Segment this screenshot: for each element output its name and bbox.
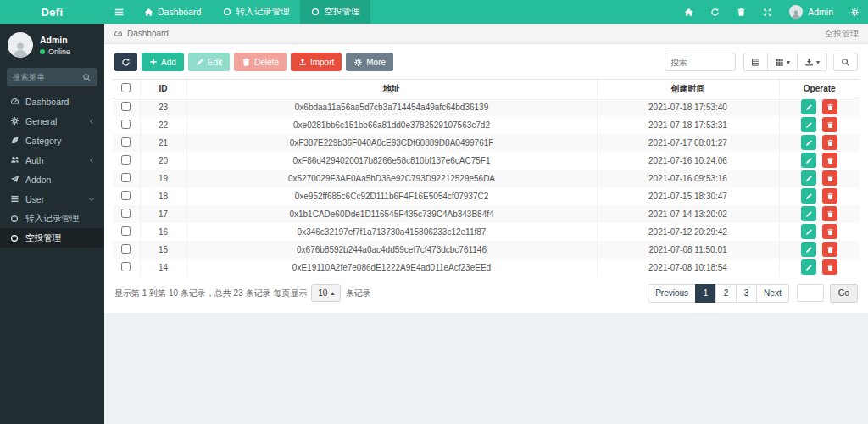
pencil-icon (805, 103, 813, 111)
page-button-3[interactable]: 3 (736, 284, 757, 303)
table-row: 23 0x6bdaa11a56aa5d7cb3a714454a49afc64bd… (113, 98, 860, 116)
row-checkbox[interactable] (121, 137, 131, 147)
page-button-2[interactable]: 2 (715, 284, 737, 303)
row-delete-button[interactable] (822, 259, 837, 275)
navbar-refresh-icon[interactable] (702, 0, 728, 24)
row-checkbox[interactable] (121, 173, 131, 182)
sidebar-item-转入记录管理[interactable]: 转入记录管理 (0, 209, 104, 228)
tab-dashboard[interactable]: Dashboard (133, 0, 212, 24)
row-checkbox[interactable] (121, 155, 131, 165)
sidebar-item-auth[interactable]: Auth (0, 150, 104, 170)
import-button[interactable]: Import (291, 53, 342, 71)
go-button[interactable]: Go (830, 284, 858, 303)
row-delete-button[interactable] (822, 153, 837, 168)
row-address: 0x6bdaa11a56aa5d7cb3a714454a49afc64bd361… (186, 98, 597, 116)
row-edit-button[interactable] (801, 135, 816, 150)
sidebar-item-空投管理[interactable]: 空投管理 (0, 228, 104, 248)
row-edit-button[interactable] (801, 99, 816, 114)
column-header-created[interactable]: 创建时间 (597, 80, 779, 98)
edit-button[interactable]: Edit (188, 53, 230, 71)
row-checkbox[interactable] (121, 244, 131, 254)
column-header-id[interactable]: ID (140, 80, 186, 98)
columns-button[interactable]: ▾ (767, 53, 798, 71)
column-header-address[interactable]: 地址 (186, 80, 597, 98)
row-delete-button[interactable] (822, 99, 837, 114)
row-address: 0xe0281bb6c151bb66a81dd0e3782529107563c7… (186, 116, 597, 134)
page-size-dropdown[interactable]: 10 ▴ (311, 284, 341, 302)
tab-转入记录管理[interactable]: 转入记录管理 (212, 0, 300, 24)
row-delete-button[interactable] (822, 135, 837, 150)
row-created-time: 2021-07-16 09:53:16 (597, 170, 779, 187)
sidebar-user-panel: Admin Online (0, 24, 104, 64)
row-delete-button[interactable] (822, 188, 837, 204)
breadcrumb-current: Dashboard (127, 29, 169, 38)
row-delete-button[interactable] (822, 206, 837, 221)
sidebar-search-input[interactable]: 搜索菜单 (7, 68, 97, 86)
column-header-operate: Operate (779, 80, 860, 98)
row-edit-button[interactable] (801, 259, 816, 275)
add-button[interactable]: Add (142, 53, 184, 71)
row-operate-cell (779, 259, 860, 276)
row-delete-button[interactable] (822, 224, 837, 239)
table-row: 14 0xE19110A2fe7e086dE1222A9E4ad011eAcf2… (113, 259, 860, 276)
app-logo: Defi (0, 0, 104, 24)
navbar-trash-icon[interactable] (728, 0, 754, 24)
row-id: 22 (140, 116, 186, 134)
row-checkbox[interactable] (121, 191, 131, 200)
sidebar-item-category[interactable]: Category (0, 131, 104, 150)
page-jump-input[interactable] (797, 284, 824, 302)
sidebar-item-dashboard[interactable]: Dashboard (0, 92, 104, 111)
row-checkbox-cell (113, 98, 140, 116)
gear-icon (353, 58, 363, 67)
row-edit-button[interactable] (801, 170, 816, 186)
navbar-home-icon[interactable] (676, 0, 702, 24)
breadcrumb: Dashboard 空投管理 (104, 24, 868, 44)
navbar-expand-icon[interactable] (754, 0, 781, 24)
row-delete-button[interactable] (822, 117, 837, 132)
refresh-button[interactable] (114, 53, 137, 71)
leaf-icon (9, 136, 19, 145)
row-edit-button[interactable] (801, 117, 816, 132)
navbar-user-menu[interactable]: Admin (781, 5, 842, 19)
row-edit-button[interactable] (801, 206, 816, 221)
pagination-summary-prefix: 显示第 1 到第 10 条记录，总共 23 条记录 每页显示 (114, 287, 307, 299)
row-id: 21 (140, 134, 186, 152)
sidebar-item-addon[interactable]: Addon (0, 170, 104, 189)
trash-icon (242, 58, 251, 67)
row-edit-button[interactable] (801, 188, 816, 204)
home-icon (684, 8, 693, 17)
sidebar-item-general[interactable]: General (0, 111, 104, 131)
row-checkbox[interactable] (121, 262, 131, 271)
table-row: 19 0x5270029F3AF0Aa5bD36e92C793D92212529… (113, 170, 860, 187)
navbar-settings-gear-icon[interactable] (842, 0, 868, 24)
row-created-time: 2021-07-14 13:20:02 (597, 205, 779, 223)
row-delete-button[interactable] (822, 242, 837, 257)
users-icon (9, 155, 19, 165)
row-checkbox[interactable] (121, 226, 131, 236)
card-view-button[interactable] (743, 53, 768, 71)
more-button-label: More (366, 58, 386, 67)
trash-icon (826, 139, 834, 147)
tab-空投管理[interactable]: 空投管理 (300, 0, 370, 24)
toolbar: Add Edit Delete Import More (114, 53, 858, 71)
delete-button[interactable]: Delete (234, 53, 287, 71)
page-button-previous[interactable]: Previous (648, 284, 696, 303)
hamburger-icon[interactable] (104, 7, 133, 18)
circle-o-icon (9, 234, 19, 243)
search-submit-button[interactable] (833, 53, 858, 71)
more-button[interactable]: More (346, 53, 393, 71)
page-button-next[interactable]: Next (756, 284, 789, 303)
select-all-checkbox[interactable] (121, 83, 131, 92)
row-edit-button[interactable] (801, 153, 816, 168)
row-checkbox[interactable] (121, 209, 131, 218)
page-button-1[interactable]: 1 (695, 284, 716, 303)
row-edit-button[interactable] (801, 242, 816, 257)
row-checkbox[interactable] (121, 120, 131, 129)
row-edit-button[interactable] (801, 224, 816, 239)
row-checkbox[interactable] (121, 102, 131, 111)
table-search-input[interactable] (665, 53, 736, 71)
pencil-icon (805, 157, 813, 165)
sidebar-item-user[interactable]: User (0, 189, 104, 209)
row-delete-button[interactable] (822, 170, 837, 186)
export-button[interactable]: ▾ (797, 53, 827, 71)
